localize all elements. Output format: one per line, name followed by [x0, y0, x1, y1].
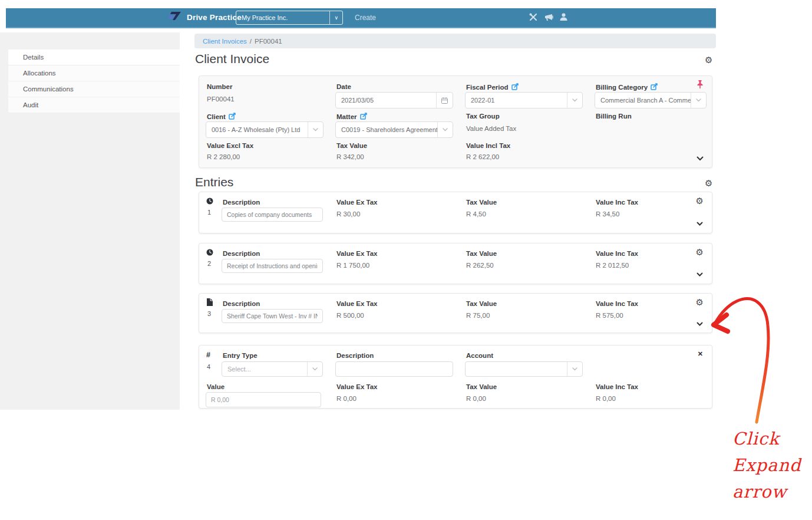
fiscal-period-select[interactable]: 2022-01 [465, 92, 583, 108]
breadcrumb-current: PF00041 [255, 38, 282, 45]
tax-value-value: R 0,00 [466, 395, 486, 402]
entry-settings-gear-icon[interactable]: ⚙ [696, 248, 704, 257]
date-label: Date [336, 83, 351, 90]
value-inc-tax-label: Value Inc Tax [596, 250, 638, 257]
hash-icon: # [206, 351, 210, 359]
chevron-down-icon: ∨ [329, 11, 342, 24]
value-label: Value [207, 383, 225, 390]
value-inc-tax-value: R 2 012,50 [596, 262, 629, 269]
entry-settings-gear-icon[interactable]: ⚙ [696, 197, 704, 206]
billing-category-select[interactable]: Commercial Branch A - Commercial ... [595, 92, 707, 108]
create-menu[interactable]: Create [355, 14, 376, 22]
account-select[interactable] [465, 361, 583, 377]
invoice-card: Number Date Fiscal Period Billing Catego… [199, 75, 712, 168]
value-excl-tax-value: R 2 280,00 [207, 153, 240, 160]
chevron-down-icon [307, 362, 322, 376]
matter-select[interactable]: C0019 - Shareholders Agreement: A... [335, 121, 453, 138]
expand-chevron-icon[interactable] [697, 322, 703, 326]
entry-card-4-new: # 4 Entry Type Select... Description Acc… [199, 345, 712, 409]
tax-value-label: Tax Value [466, 383, 497, 390]
sidebar-item-audit[interactable]: Audit [8, 97, 180, 113]
tax-value-label: Tax Value [466, 199, 497, 206]
value-incl-tax-label: Value Incl Tax [466, 142, 510, 149]
description-input[interactable] [222, 208, 323, 222]
date-input[interactable]: 2021/03/05 [335, 92, 453, 108]
tools-icon[interactable] [529, 13, 538, 21]
tax-group-label: Tax Group [466, 113, 500, 120]
tax-value-value: R 4,50 [466, 210, 486, 218]
clock-icon [206, 198, 213, 205]
entries-title: Entries [195, 175, 233, 189]
description-input[interactable] [222, 309, 323, 323]
invoice-settings-gear-icon[interactable]: ⚙ [705, 56, 712, 65]
close-icon[interactable]: ✕ [698, 350, 703, 358]
value-inc-tax-label: Value Inc Tax [596, 383, 638, 390]
chevron-down-icon [567, 93, 582, 108]
value-incl-tax-value: R 2 622,00 [466, 153, 499, 160]
drive-practice-logo-icon [168, 12, 182, 23]
billing-run-label: Billing Run [596, 113, 632, 120]
user-icon[interactable] [560, 13, 567, 21]
sidebar-menu: Details Allocations Communications Audit [8, 50, 180, 113]
brand-name: Drive Practice [187, 13, 242, 22]
client-select[interactable]: 0016 - A-Z Wholesale (Pty) Ltd [206, 121, 324, 138]
clock-icon [206, 249, 213, 256]
entry-number: 2 [207, 260, 211, 267]
value-ex-tax-label: Value Ex Tax [336, 383, 377, 390]
breadcrumb-separator: / [250, 38, 252, 45]
expand-chevron-icon[interactable] [697, 272, 703, 277]
edit-icon[interactable] [511, 83, 519, 90]
tax-group-value: Value Added Tax [466, 125, 516, 132]
value-input[interactable] [206, 392, 321, 407]
entry-settings-gear-icon[interactable]: ⚙ [696, 298, 704, 307]
breadcrumb-link-client-invoices[interactable]: Client Invoices [203, 38, 247, 45]
edit-icon[interactable] [651, 83, 658, 90]
billing-category-label: Billing Category [596, 83, 658, 91]
annotation-line: Click [732, 426, 801, 452]
entry-number: 3 [207, 310, 211, 317]
account-label: Account [466, 352, 493, 359]
chevron-down-icon [437, 122, 453, 137]
brand: Drive Practice [168, 12, 242, 23]
description-label: Description [336, 352, 374, 359]
page-title: Client Invoice [195, 52, 269, 66]
tax-value-label: Tax Value [336, 142, 367, 149]
sidebar-item-allocations[interactable]: Allocations [8, 65, 180, 81]
pin-icon[interactable] [697, 80, 704, 89]
annotation-text: Click Expand arrow [732, 426, 801, 505]
entries-settings-gear-icon[interactable]: ⚙ [705, 179, 712, 188]
sidebar: Details Allocations Communications Audit [0, 32, 180, 410]
sidebar-item-details[interactable]: Details [8, 50, 180, 65]
value-ex-tax-label: Value Ex Tax [336, 300, 377, 307]
file-icon [207, 298, 213, 306]
tax-value-value: R 75,00 [466, 312, 490, 319]
value-inc-tax-value: R 0,00 [596, 395, 616, 402]
description-label: Description [223, 300, 260, 307]
value-ex-tax-label: Value Ex Tax [336, 250, 377, 257]
matter-label: Matter [336, 113, 367, 120]
expand-chevron-icon[interactable] [697, 156, 704, 161]
description-input[interactable] [222, 259, 323, 273]
entry-card-2: 2 Description Value Ex Tax R 1 750,00 Ta… [199, 243, 712, 284]
value-ex-tax-value: R 30,00 [336, 210, 360, 218]
edit-icon[interactable] [360, 113, 367, 120]
entry-type-select[interactable]: Select... [222, 361, 323, 377]
sidebar-item-communications[interactable]: Communications [8, 81, 180, 97]
calendar-icon[interactable] [436, 93, 453, 108]
chevron-down-icon [691, 93, 706, 108]
edit-icon[interactable] [229, 113, 236, 120]
value-inc-tax-value: R 575,00 [596, 312, 623, 319]
megaphone-icon[interactable] [544, 13, 553, 21]
value-inc-tax-value: R 34,50 [596, 210, 619, 218]
value-inc-tax-label: Value Inc Tax [596, 300, 638, 307]
practice-select[interactable]: My Practice Inc. ∨ [236, 11, 343, 25]
client-label: Client [207, 113, 236, 120]
value-ex-tax-value: R 0,00 [336, 395, 357, 402]
number-label: Number [207, 83, 232, 90]
description-input[interactable] [335, 361, 453, 377]
tax-value-label: Tax Value [466, 300, 497, 307]
entry-number: 4 [207, 363, 210, 370]
tax-value-value: R 342,00 [336, 153, 364, 160]
entry-card-1: 1 Description Value Ex Tax R 30,00 Tax V… [199, 192, 712, 233]
expand-chevron-icon[interactable] [697, 222, 703, 226]
